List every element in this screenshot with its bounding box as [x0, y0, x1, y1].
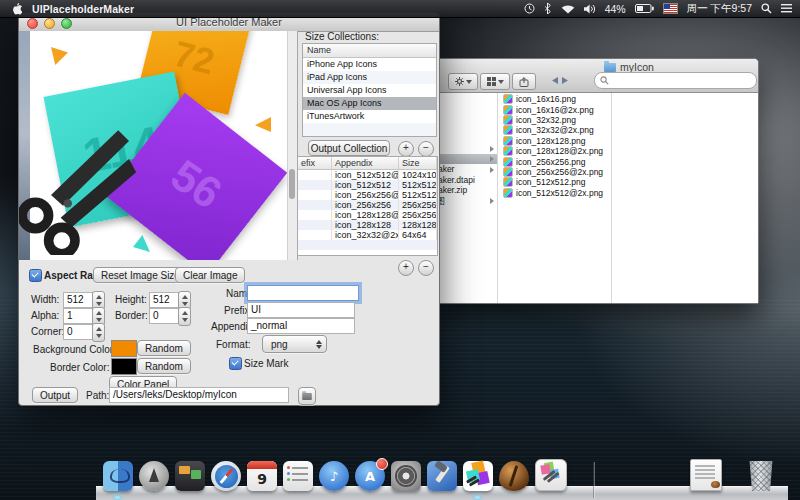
column-header-appendix[interactable]: Appendix	[332, 157, 399, 169]
size-collection-row[interactable]: iPhone App Icons	[303, 58, 436, 71]
dock: 9♪A	[0, 454, 800, 500]
menubar-clock[interactable]: 周一 下午9:57	[687, 2, 752, 16]
path-field[interactable]: /Users/leks/Desktop/myIcon	[109, 387, 289, 403]
alpha-field[interactable]: 1	[63, 308, 93, 324]
corner-stepper[interactable]	[92, 323, 105, 342]
clear-image-button[interactable]: Clear Image	[175, 267, 245, 283]
name-field[interactable]	[247, 285, 359, 301]
xcode-dock-icon[interactable]	[427, 461, 457, 491]
menubar-app-name[interactable]: UIPlaceholderMaker	[32, 3, 134, 15]
border-stepper[interactable]	[178, 307, 191, 326]
collection-item-row[interactable]: icon_128x128@2x256x256	[298, 210, 437, 220]
menubar: UIPlaceholderMaker 44% 周一 下午9:57	[0, 0, 800, 18]
appendix-field[interactable]: _normal	[247, 318, 355, 334]
disclosure-arrow-icon	[490, 156, 494, 162]
desktop-wallpaper: UIPlaceholderMaker 44% 周一 下午9:57	[0, 0, 800, 500]
format-dropdown[interactable]: png	[262, 335, 327, 353]
safari-dock-icon[interactable]	[211, 461, 241, 491]
corner-field[interactable]: 0	[63, 324, 93, 340]
clock-icon[interactable]	[524, 3, 535, 14]
background-color-swatch[interactable]	[111, 340, 137, 357]
dock-icon-glyph: 9	[247, 461, 277, 491]
collection-items-body: icon_512x512@2x1024x1024icon_512x512512x…	[298, 170, 437, 255]
finder-file-row[interactable]: icon_32x32.png	[498, 115, 610, 125]
app-store-dock-icon[interactable]: A	[355, 461, 385, 491]
image-preview-canvas[interactable]: 72 114 56	[19, 31, 298, 260]
add-item-button[interactable]: +	[398, 260, 414, 276]
column-header-prefix[interactable]: efix	[298, 157, 332, 169]
output-collection-button[interactable]: Output Collection	[308, 140, 390, 156]
orange-triangle	[51, 47, 68, 65]
placeholder-doc-dock-icon[interactable]	[535, 459, 567, 491]
column-header-size[interactable]: Size	[399, 157, 437, 169]
ui-placeholder-maker-dock-icon[interactable]	[463, 461, 493, 491]
remove-collection-button[interactable]: −	[418, 141, 434, 157]
size-collection-row[interactable]: Universal App Icons	[303, 84, 436, 97]
view-mode-button[interactable]	[480, 73, 510, 90]
finder-search-field[interactable]	[594, 72, 757, 89]
border-field[interactable]: 0	[149, 308, 179, 324]
minimize-button[interactable]	[44, 18, 55, 29]
finder-file-row[interactable]: icon_256x256@2x.png	[498, 167, 610, 177]
width-field[interactable]: 512	[63, 292, 93, 308]
finder-file-row[interactable]: icon_256x256.png	[498, 156, 610, 166]
system-preferences-dock-icon[interactable]	[391, 461, 421, 491]
finder-file-row[interactable]: icon_128x128.png	[498, 136, 610, 146]
canvas-scrollbar[interactable]	[287, 31, 297, 260]
collection-item-row[interactable]: icon_512x512@2x1024x1024	[298, 170, 437, 180]
finder-file-row[interactable]: icon_512x512.png	[498, 177, 610, 187]
finder-dock-icon[interactable]	[103, 461, 133, 491]
spotlight-search-icon[interactable]	[761, 3, 772, 14]
aspect-ratio-checkbox[interactable]	[29, 269, 42, 282]
collection-item-row[interactable]: icon_32x32@2x64x64	[298, 230, 437, 240]
choose-folder-button[interactable]	[298, 387, 316, 405]
collection-item-row[interactable]: icon_128x128128x128	[298, 220, 437, 230]
size-mark-checkbox[interactable]	[229, 357, 242, 370]
background-random-button[interactable]: Random	[137, 340, 191, 356]
zoom-button[interactable]	[61, 18, 72, 29]
gear-action-button[interactable]	[448, 73, 478, 90]
finder-file-row[interactable]: icon_128x128@2x.png	[498, 146, 610, 156]
calendar-dock-icon[interactable]: 9	[247, 461, 277, 491]
collapse-arrows-icon[interactable]	[548, 73, 572, 88]
prefix-field[interactable]: UI	[247, 302, 355, 318]
apple-menu-icon[interactable]	[10, 2, 22, 16]
add-collection-button[interactable]: +	[398, 141, 414, 157]
height-field[interactable]: 512	[149, 292, 179, 308]
collection-item-row[interactable]: icon_512x512512x512	[298, 180, 437, 190]
finder-file-row[interactable]: icon_32x32@2x.png	[498, 125, 610, 135]
wifi-icon[interactable]	[561, 4, 575, 14]
bean-dock-icon[interactable]	[499, 461, 529, 491]
volume-icon[interactable]	[584, 4, 596, 14]
size-collection-row[interactable]: iTunesArtwork	[303, 110, 436, 123]
column-divider[interactable]	[611, 93, 612, 303]
size-collection-row[interactable]: iPad App Icons	[303, 71, 436, 84]
collection-item-row[interactable]: icon_256x256@2x512x512	[298, 190, 437, 200]
png-file-icon	[503, 115, 513, 125]
launchpad-dock-icon[interactable]	[139, 461, 169, 491]
output-button[interactable]: Output	[32, 387, 78, 403]
bluetooth-icon[interactable]	[544, 3, 552, 14]
itunes-dock-icon[interactable]: ♪	[319, 461, 349, 491]
mission-control-dock-icon[interactable]	[175, 461, 205, 491]
close-button[interactable]	[27, 18, 38, 29]
input-source-flag-icon[interactable]	[663, 3, 678, 14]
finder-file-row[interactable]: icon_16x16.png	[498, 94, 610, 104]
size-collection-row[interactable]: Mac OS App Icons	[303, 97, 436, 110]
collection-item-row[interactable]: icon_256x256256x256	[298, 200, 437, 210]
notification-center-icon[interactable]	[781, 4, 792, 13]
share-button[interactable]	[512, 73, 536, 90]
border-random-button[interactable]: Random	[137, 358, 191, 374]
battery-icon[interactable]	[635, 4, 654, 13]
finder-file-row[interactable]: icon_16x16@2x.png	[498, 104, 610, 114]
finder-titlebar[interactable]: myIcon	[426, 59, 758, 93]
stack-dock-icon[interactable]	[690, 459, 722, 491]
reset-image-size-button[interactable]: Reset Image Size	[93, 267, 188, 283]
scrollbar-thumb[interactable]	[289, 169, 295, 199]
disclosure-arrow-icon	[490, 146, 494, 152]
list-header[interactable]: Name	[303, 44, 436, 58]
border-color-swatch[interactable]	[111, 358, 137, 375]
reminders-dock-icon[interactable]	[283, 461, 313, 491]
remove-item-button[interactable]: −	[418, 260, 434, 276]
finder-file-row[interactable]: icon_512x512@2x.png	[498, 188, 610, 198]
